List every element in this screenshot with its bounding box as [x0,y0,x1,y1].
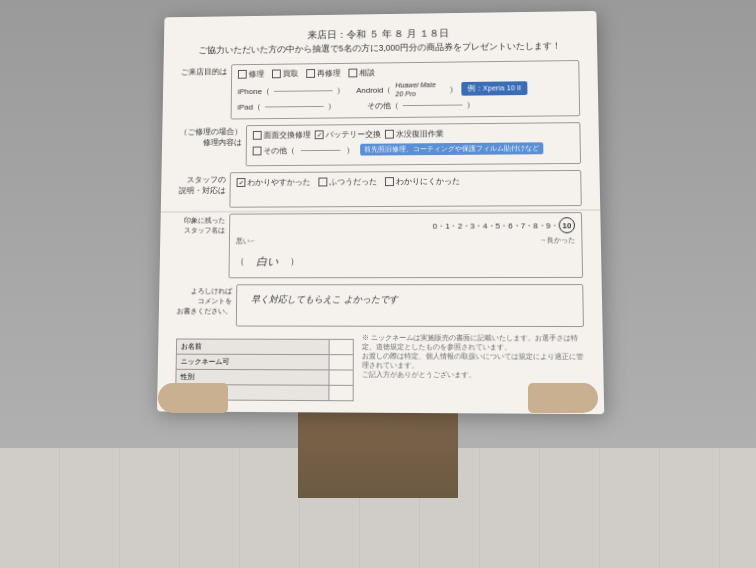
table-value-nickname [329,355,353,370]
cb-other-box [253,146,262,155]
staff-content: わかりやすかった ふつうだった わかりにくかった [229,170,581,208]
staff-options-row: わかりやすかった ふつうだった わかりにくかった [237,175,575,188]
purpose-label: ご来店目的は [181,64,232,77]
android-close: ） [449,84,457,95]
other-input [403,105,463,107]
rating-good: →良かった [539,235,575,245]
table-value-phone [329,385,353,401]
comment-written: 早く対応してもらえこ よかったです [243,289,577,311]
table-label-name: お名前 [176,339,329,355]
comment-label: よろしければコメントをお書きください。 [177,284,237,316]
rating-10-circled: 10 [559,217,576,233]
android-example-highlight: 例：Xperia 10 II [461,81,528,95]
iphone-label: iPhone（ [238,86,270,97]
cb-other: その他（ [253,145,295,156]
cb-normal: ふつうだった [318,176,377,187]
repair-note-highlight: 前先照旧修理、コーティングや保護フィルム貼付けなど [360,142,543,155]
name-written-row: （ 白い ） [235,249,575,273]
repair-row2: その他（ ） 前先照旧修理、コーティングや保護フィルム貼付けなど [253,142,574,156]
name-close-paren: ） [290,255,299,268]
rating-labels: 悪い← →良かった [236,235,576,246]
ipad-label: iPad（ [237,102,261,113]
table-value-gender [329,370,353,385]
staff-label: スタッフの説明・対応は [179,172,230,196]
paper-container: 来店日：令和 ５ 年 ８ 月 １８日 ご協力いただいた方の中から抽選で5名の方に… [158,10,598,410]
scene: 来店日：令和 ５ 年 ８ 月 １８日 ご協力いただいた方の中から抽選で5名の方に… [0,0,756,568]
cb-water-box [385,130,394,139]
table-value-name [329,339,353,354]
cb-screen-box [253,131,262,140]
iphone-close-paren: ） [336,85,344,96]
cb-unclear: わかりにくかった [385,176,460,187]
other-repair-close: ） [346,144,354,155]
cb-rerepair-box [306,69,315,78]
staff-name-written: 白い [248,250,286,273]
table-label-nickname: ニックネーム可 [176,354,329,370]
cb-consult: 相談 [348,67,375,78]
other-repair-input [301,149,341,150]
comment-content: 早く対応してもらえこ よかったです [236,284,584,327]
rating-scale: 0・1・2・3・4・5・6・7・8・9・10 [236,217,575,234]
impression-content: 0・1・2・3・4・5・6・7・8・9・10 悪い← →良かった （ 白い ） [228,212,583,278]
note-text: ※ ニックネームは実施販売の書面に記載いたします。お選手さは特定、道徳規定とした… [362,333,585,380]
bottom-section: お名前 ニックネーム可 性別 電話番号 [175,332,585,402]
cb-repair: 修理 [238,69,264,80]
comment-section: よろしければコメントをお書きください。 早く対応してもらえこ よかったです [176,284,584,327]
purpose-checkbox-row1: 修理 買取 再修理 相談 [238,65,573,80]
paper-document: 来店日：令和 ５ 年 ８ 月 １８日 ご協力いただいた方の中から抽選で5名の方に… [157,11,604,414]
impression-label: 印象に残ったスタッフ名は [178,214,229,236]
android-example-text: Huawei Mate20 Pro [395,80,445,98]
other-label: その他（ [367,100,399,111]
repair-label: （ご修理の場合）修理内容は [179,125,246,148]
cb-buy: 買取 [272,68,298,79]
cb-normal-box [318,178,327,187]
cb-battery-box [315,130,324,139]
hand-left [158,383,228,413]
android-label: Android（ [356,84,391,95]
cb-clear: わかりやすかった [237,177,311,188]
staff-section: スタッフの説明・対応は わかりやすかった ふつうだった わかりにくかった [178,170,581,208]
table-row-nickname: ニックネーム可 [176,354,353,370]
other-close: ） [466,99,474,110]
cb-clear-box [237,178,246,187]
repair-types-row1: 面面交換修理 バッテリー交換 水没復旧作業 [253,127,574,141]
purpose-section: ご来店目的は 修理 買取 再修理 相談 iPhone（ ） Android（ [180,60,580,120]
android-example: Huawei Mate20 Pro [395,81,436,97]
purpose-content: 修理 買取 再修理 相談 iPhone（ ） Android（ Huawei M… [231,60,581,119]
repair-section: （ご修理の場合）修理内容は 面面交換修理 バッテリー交換 水没復旧作業 その他（… [179,122,581,167]
cb-buy-box [272,69,281,78]
cb-rerepair: 再修理 [306,68,340,79]
name-open-paren: （ [236,255,245,268]
repair-content: 面面交換修理 バッテリー交換 水没復旧作業 その他（ ） 前先照旧修理、コーティ… [246,122,581,166]
rating-bad: 悪い← [236,236,257,246]
iphone-input [274,90,333,92]
cb-screen: 面面交換修理 [253,129,311,140]
iphone-row: iPhone（ ） Android（ Huawei Mate20 Pro ） 例… [238,79,573,100]
cb-consult-box [348,69,357,78]
impression-section: 印象に残ったスタッフ名は 0・1・2・3・4・5・6・7・8・9・10 悪い← … [177,212,583,278]
cb-repair-box [238,70,247,79]
cb-battery: バッテリー交換 [315,129,381,140]
hand-right [528,383,598,413]
cb-water: 水没復旧作業 [385,128,444,139]
table-row-name: お名前 [176,339,353,355]
cb-unclear-box [385,177,394,186]
ipad-close: ） [328,101,336,112]
ipad-row: iPad（ ） その他（ ） [237,98,573,112]
ipad-input [265,106,324,108]
